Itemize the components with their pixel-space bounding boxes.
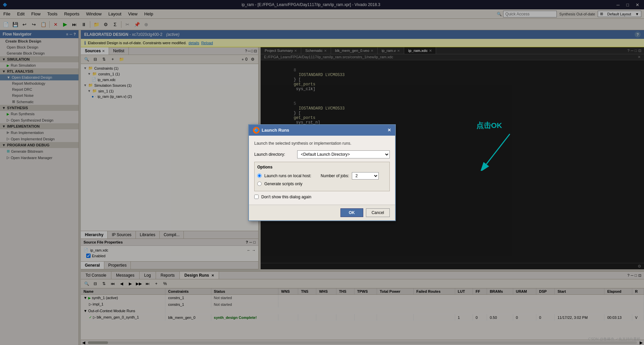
jobs-select[interactable]: 2 1 3 4 bbox=[352, 172, 379, 180]
options-group: Options Launch runs on local host: Numbe… bbox=[254, 162, 390, 191]
dialog-close-btn[interactable]: ✕ bbox=[387, 128, 391, 133]
radio-scripts[interactable] bbox=[257, 182, 262, 186]
radio-scripts-label: Generate scripts only bbox=[264, 182, 302, 186]
cancel-button[interactable]: Cancel bbox=[366, 208, 390, 217]
options-label: Options bbox=[257, 165, 387, 169]
dont-show-row: Don't show this dialog again bbox=[254, 195, 390, 199]
dialog-title-bar: 🔷 Launch Runs ✕ bbox=[249, 125, 395, 136]
dialog-body: Launch the selected synthesis or impleme… bbox=[249, 136, 395, 205]
jobs-label: Number of jobs: bbox=[321, 174, 349, 178]
ok-button[interactable]: OK bbox=[340, 208, 363, 217]
dont-show-checkbox[interactable] bbox=[254, 195, 259, 199]
dont-show-label: Don't show this dialog again bbox=[261, 195, 311, 199]
launch-dir-select[interactable]: <Default Launch Directory> bbox=[297, 150, 390, 158]
radio-local-label: Launch runs on local host: bbox=[264, 174, 311, 178]
dialog-title-text: Launch Runs bbox=[262, 128, 289, 133]
dialog-overlay: 🔷 Launch Runs ✕ Launch the selected synt… bbox=[0, 0, 644, 345]
launch-dir-row: Launch directory: <Default Launch Direct… bbox=[254, 150, 390, 158]
radio-local-host-row: Launch runs on local host: Number of job… bbox=[257, 172, 387, 180]
launch-dir-label: Launch directory: bbox=[254, 152, 294, 157]
dialog-vivado-icon: 🔷 bbox=[253, 127, 260, 134]
radio-scripts-row: Generate scripts only bbox=[257, 182, 387, 186]
jobs-row: Number of jobs: 2 1 3 4 bbox=[321, 172, 379, 180]
dialog-description: Launch the selected synthesis or impleme… bbox=[254, 141, 390, 146]
dialog-footer: OK Cancel bbox=[249, 205, 395, 220]
radio-local-host[interactable] bbox=[257, 174, 262, 178]
watermark: CSDN @鲁棒鱼 ✓兔支持向量机 bbox=[588, 337, 641, 342]
launch-runs-dialog: 🔷 Launch Runs ✕ Launch the selected synt… bbox=[248, 124, 396, 221]
